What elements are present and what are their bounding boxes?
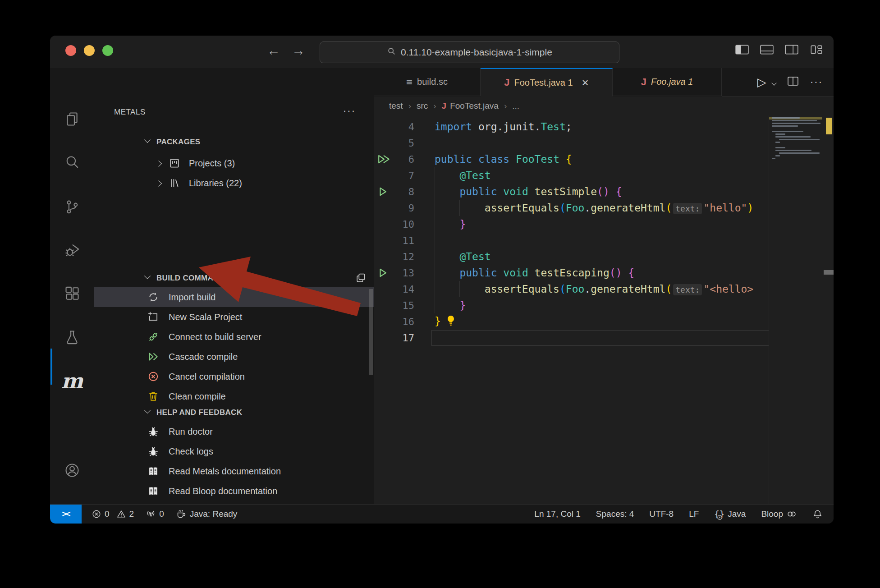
activity-bar-item-search[interactable]	[50, 147, 94, 179]
activity-bar-item-extensions[interactable]	[50, 279, 94, 310]
current-line-highlight	[431, 330, 770, 346]
minimize-window-button[interactable]	[84, 45, 95, 56]
sidebar-item-projects-3[interactable]: Projects (3)	[94, 153, 374, 173]
close-icon[interactable]: ×	[582, 77, 589, 88]
code-line-11[interactable]: 11	[374, 232, 834, 248]
zoom-window-button[interactable]	[102, 45, 113, 56]
sync-icon	[147, 291, 159, 303]
sidebar-item-new-scala-project[interactable]: New Scala Project	[94, 307, 374, 327]
minimap-line	[772, 131, 803, 132]
item-label: Cascade compile	[169, 352, 238, 362]
java-status[interactable]: Java: Ready	[176, 509, 238, 519]
forward-button[interactable]: →	[289, 43, 307, 58]
code-line-10[interactable]: 10 }	[374, 216, 834, 232]
section-header-packages[interactable]: PACKAGES	[94, 134, 374, 149]
toggle-secondary-sidebar-icon[interactable]	[784, 44, 799, 55]
sidebar-item-cancel-compilation[interactable]: Cancel compilation	[94, 367, 374, 386]
status-label: Ln 17, Col 1	[534, 509, 580, 519]
section-header-help-and-feedback[interactable]: HELP AND FEEDBACK	[94, 405, 374, 420]
run-and-debug-icon	[64, 242, 80, 259]
problems-status[interactable]: 0 2	[92, 509, 134, 519]
code-line-17[interactable]: 17	[374, 330, 834, 346]
code-line-12[interactable]: 12 @Test	[374, 248, 834, 265]
code-text: public void testSimple() {	[435, 186, 622, 198]
code-line-7[interactable]: 7 @Test	[374, 167, 834, 184]
toggle-panel-icon[interactable]	[760, 44, 774, 55]
line-number: 6	[387, 154, 414, 165]
breadcrumb-label: ...	[512, 101, 519, 111]
code-line-4[interactable]: 4import org.junit.Test;	[374, 119, 834, 135]
sidebar-item-clean-compile[interactable]: Clean compile	[94, 386, 374, 406]
lightbulb-icon[interactable]	[445, 315, 456, 329]
code-editor[interactable]: 4import org.junit.Test;56public class Fo…	[374, 115, 834, 505]
code-line-8[interactable]: 8 public void testSimple() {	[374, 184, 834, 200]
item-label: Cancel compilation	[169, 372, 245, 382]
toggle-sidebar-icon[interactable]	[735, 44, 749, 55]
sidebar-item-read-metals-documentation[interactable]: Read Metals documentation	[94, 461, 374, 481]
breadcrumb-item-src[interactable]: src	[417, 101, 428, 111]
command-center-search[interactable]: 0.11.10-example-basicjava-1-simple	[320, 41, 619, 63]
tab-label: FooTest.java 1	[514, 78, 573, 88]
code-line-13[interactable]: 13 public void testEscaping() {	[374, 265, 834, 281]
activity-bar-item-accounts[interactable]	[50, 455, 94, 487]
item-label: Check logs	[169, 446, 213, 457]
code-line-15[interactable]: 15 }	[374, 297, 834, 313]
activity-bar-item-run-and-debug[interactable]	[50, 235, 94, 266]
sidebar-scrollbar[interactable]	[369, 289, 373, 375]
code-line-9[interactable]: 9 assertEquals(Foo.generateHtml(text:"he…	[374, 200, 834, 216]
breadcrumb[interactable]: test›src›JFooTest.java›...	[374, 96, 834, 115]
sidebar-item-import-build[interactable]: Import build	[94, 287, 374, 307]
sidebar-item-run-doctor[interactable]: Run doctor	[94, 422, 374, 441]
tab-footest-java[interactable]: J FooTest.java 1×	[481, 68, 613, 96]
section-header-build-commands[interactable]: BUILD COMMANDS	[94, 271, 374, 285]
sidebar-item-read-bloop-documentation[interactable]: Read Bloop documentation	[94, 481, 374, 501]
overview-ruler-warning-marker	[826, 118, 832, 134]
ports-status[interactable]: 0	[146, 509, 164, 519]
minimap-line	[772, 123, 820, 124]
tab-label: Foo.java 1	[651, 77, 693, 87]
activity-bar-item-metals[interactable]: m	[50, 365, 94, 397]
status-item-java[interactable]: {}Java	[714, 509, 746, 519]
breadcrumb-item-[interactable]: ...	[512, 101, 519, 111]
back-button[interactable]: ←	[265, 43, 283, 58]
more-actions-icon[interactable]: ···	[810, 76, 823, 88]
split-editor-icon[interactable]	[787, 76, 799, 88]
sidebar-more-actions-icon[interactable]: ···	[343, 105, 356, 117]
code-line-14[interactable]: 14 assertEquals(Foo.generateHtml(text:"<…	[374, 281, 834, 297]
sidebar-item-check-logs[interactable]: Check logs	[94, 441, 374, 461]
code-line-6[interactable]: 6public class FooTest {	[374, 151, 834, 167]
source-control-icon	[64, 199, 80, 216]
ports-count: 0	[159, 509, 164, 519]
line-number: 16	[387, 316, 414, 327]
status-item-lf[interactable]: LF	[689, 509, 699, 519]
sidebar-item-cascade-compile[interactable]: Cascade compile	[94, 347, 374, 367]
tab-foo-java[interactable]: J Foo.java 1	[613, 68, 722, 96]
status-item-bloop[interactable]: Bloop	[761, 509, 797, 519]
sidebar-item-libraries-22[interactable]: Libraries (22)	[94, 173, 374, 193]
code-line-16[interactable]: 16}	[374, 313, 834, 330]
minimap[interactable]	[769, 115, 822, 505]
activity-bar-item-testing[interactable]	[50, 322, 94, 354]
status-item-ln-17-col-1[interactable]: Ln 17, Col 1	[534, 509, 580, 519]
breadcrumb-item-footest-java[interactable]: JFooTest.java	[442, 101, 499, 111]
code-line-5[interactable]: 5	[374, 135, 834, 151]
run-button[interactable]: ▷	[757, 75, 776, 89]
tab-build-sc[interactable]: ≡ build.sc	[374, 68, 481, 96]
remote-indicator[interactable]: ><	[50, 505, 82, 524]
copy-icon[interactable]	[355, 272, 367, 285]
activity-bar-item-explorer[interactable]	[50, 104, 94, 136]
activity-bar-item-source-control[interactable]	[50, 192, 94, 224]
extensions-icon	[64, 286, 80, 303]
code-text: import org.junit.Test;	[435, 121, 572, 133]
status-item-spaces-4[interactable]: Spaces: 4	[596, 509, 634, 519]
status-item-utf-8[interactable]: UTF-8	[649, 509, 674, 519]
code-text: assertEquals(Foo.generateHtml(text:"hell…	[435, 202, 753, 214]
file-icon: ≡	[406, 76, 412, 88]
activity-bar: m	[50, 68, 95, 505]
close-window-button[interactable]	[65, 45, 76, 56]
sidebar-item-connect-to-build-server[interactable]: Connect to build server	[94, 327, 374, 347]
status-item-bell[interactable]	[812, 509, 823, 519]
warning-count: 2	[129, 509, 134, 519]
customize-layout-icon[interactable]	[809, 44, 824, 55]
breadcrumb-item-test[interactable]: test	[389, 101, 403, 111]
